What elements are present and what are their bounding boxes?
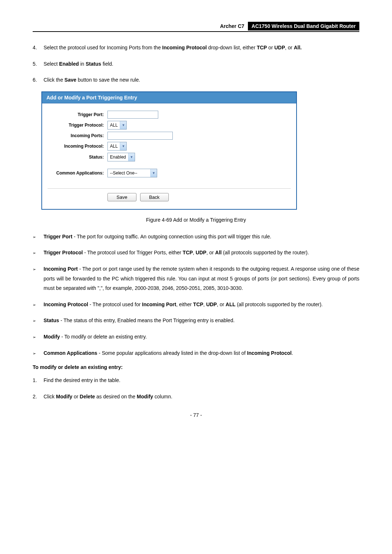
- label-common-apps: Common Applications:: [48, 171, 107, 176]
- figure-port-triggering-form: Add or Modify a Port Triggering Entry Tr…: [41, 91, 297, 210]
- bullet-incoming-protocol: ➢ Incoming Protocol - The protocol used …: [33, 300, 359, 309]
- chevron-down-icon: ▼: [150, 169, 157, 177]
- step-bottom-1: 1. Find the desired entry in the table.: [33, 376, 359, 385]
- label-trigger-port: Trigger Port:: [48, 112, 107, 117]
- step-text: Click Modify or Delete as desired on the…: [44, 392, 359, 402]
- button-row: Save Back: [48, 188, 291, 201]
- step-number: 5.: [33, 59, 44, 69]
- step-number: 1.: [33, 376, 44, 385]
- step-number: 6.: [33, 75, 44, 85]
- header-title: AC1750 Wireless Dual Band Gigabit Router: [248, 22, 359, 30]
- step-text: Find the desired entry in the table.: [44, 376, 359, 385]
- bullet-marker: ➢: [33, 316, 44, 325]
- trigger-port-input[interactable]: [107, 111, 158, 119]
- status-select[interactable]: Enabled ▼: [107, 153, 135, 161]
- document-header: Archer C7 AC1750 Wireless Dual Band Giga…: [33, 22, 359, 32]
- bullet-incoming-port: ➢ Incoming Port - The port or port range…: [33, 264, 359, 293]
- label-status: Status:: [48, 155, 107, 160]
- chevron-down-icon: ▼: [120, 121, 126, 129]
- bullet-marker: ➢: [33, 264, 44, 293]
- figure-body: Trigger Port: Trigger Protocol: ALL ▼ In…: [42, 103, 296, 209]
- label-incoming-protocol: Incoming Protocol:: [48, 144, 107, 149]
- step-number: 2.: [33, 392, 44, 402]
- step-4: 4. Select the protocol used for Incoming…: [33, 43, 359, 53]
- step-5: 5. Select Enabled in Status field.: [33, 59, 359, 69]
- back-button[interactable]: Back: [140, 193, 169, 201]
- trigger-protocol-select[interactable]: ALL ▼: [107, 121, 127, 130]
- figure-caption: Figure 4-69 Add or Modify a Triggering E…: [33, 217, 359, 223]
- bullet-marker: ➢: [33, 300, 44, 309]
- row-common-apps: Common Applications: --Select One-- ▼: [48, 169, 291, 177]
- section-heading: To modify or delete an existing entry:: [33, 364, 359, 370]
- row-trigger-port: Trigger Port:: [48, 111, 291, 119]
- bullet-status: ➢ Status - The status of this entry, Ena…: [33, 316, 359, 325]
- bullet-trigger-port: ➢ Trigger Port - The port for outgoing t…: [33, 232, 359, 242]
- step-text: Select Enabled in Status field.: [44, 59, 359, 69]
- row-incoming-ports: Incoming Ports:: [48, 132, 291, 140]
- incoming-protocol-select[interactable]: ALL ▼: [107, 142, 127, 151]
- save-button[interactable]: Save: [107, 193, 136, 201]
- chevron-down-icon: ▼: [120, 142, 126, 150]
- row-trigger-protocol: Trigger Protocol: ALL ▼: [48, 121, 291, 130]
- incoming-ports-input[interactable]: [107, 132, 173, 140]
- step-text: Select the protocol used for Incoming Po…: [44, 43, 359, 53]
- step-text: Click the Save button to save the new ru…: [44, 75, 359, 85]
- row-incoming-protocol: Incoming Protocol: ALL ▼: [48, 142, 291, 151]
- bullet-trigger-protocol: ➢ Trigger Protocol - The protocol used f…: [33, 248, 359, 258]
- bullet-marker: ➢: [33, 332, 44, 342]
- step-number: 4.: [33, 43, 44, 53]
- common-apps-select[interactable]: --Select One-- ▼: [107, 169, 157, 177]
- chevron-down-icon: ▼: [128, 153, 135, 161]
- figure-header: Add or Modify a Port Triggering Entry: [42, 92, 296, 103]
- bullet-marker: ➢: [33, 348, 44, 358]
- step-6: 6. Click the Save button to save the new…: [33, 75, 359, 85]
- bullet-common-apps: ➢ Common Applications - Some popular app…: [33, 348, 359, 358]
- step-bottom-2: 2. Click Modify or Delete as desired on …: [33, 392, 359, 402]
- bullet-marker: ➢: [33, 232, 44, 242]
- bullet-modify: ➢ Modify - To modify or delete an existi…: [33, 332, 359, 342]
- label-trigger-protocol: Trigger Protocol:: [48, 123, 107, 128]
- row-status: Status: Enabled ▼: [48, 153, 291, 161]
- header-product: Archer C7: [216, 22, 248, 30]
- label-incoming-ports: Incoming Ports:: [48, 133, 107, 138]
- page-number: - 77 -: [33, 412, 359, 418]
- bullet-marker: ➢: [33, 248, 44, 258]
